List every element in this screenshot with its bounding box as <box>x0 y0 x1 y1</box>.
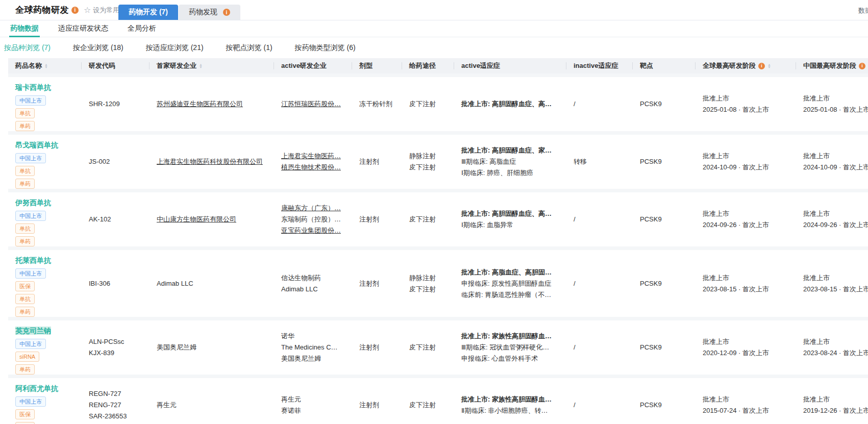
col-first-developer[interactable]: 首家研发企业 ▲▼ <box>150 58 274 73</box>
rd-code: ALN-PCSsc <box>89 336 150 347</box>
stage-name: 批准上市 <box>803 272 868 284</box>
stage-date: 2024-10-09 · 首次上市 <box>803 162 868 173</box>
active-developer-link[interactable]: 江苏恒瑞医药股份… <box>281 98 341 110</box>
tab-info-icon[interactable]: i <box>223 9 230 16</box>
route: 皮下注射 <box>409 342 454 353</box>
route: 皮下注射 <box>409 98 454 110</box>
cell-inactive-indication: / <box>566 278 633 289</box>
browse-by-company[interactable]: 按企业浏览 (18) <box>73 43 123 53</box>
info-icon[interactable]: i <box>859 63 865 69</box>
indication-line: Ⅰ期临床: 肺癌、肝细胞癌 <box>461 167 566 179</box>
inactive-indication: / <box>574 98 633 110</box>
cell-target: PCSK9 <box>633 278 696 289</box>
rd-code: KJX-839 <box>89 347 150 359</box>
drug-name-link[interactable]: 瑞卡西单抗 <box>15 83 51 91</box>
drug-tag: 单药 <box>15 121 35 131</box>
browse-by-drug-type[interactable]: 按药物类型浏览 (6) <box>295 43 356 53</box>
title-area: 全球药物研发 i ☆ 设为常用库 <box>15 4 126 16</box>
dosage-form: 注射剂 <box>359 400 402 411</box>
rd-code: REGN-727 <box>89 388 150 400</box>
top-right-label[interactable]: 数据 <box>858 6 868 15</box>
cell-global-stage: 批准上市2024-09-26 · 首次上市 <box>696 208 796 231</box>
active-developer: Adimab LLC <box>281 284 352 295</box>
tab-drug-discovery[interactable]: 药物发现 i <box>179 5 240 20</box>
table-header: 药品名称 ▲▼ 研发代码 首家研发企业 ▲▼ active研发企业 剂型 给药途… <box>8 58 868 73</box>
active-developer-link[interactable]: 康融东方（广东）… <box>281 203 341 214</box>
stage-name: 批准上市 <box>803 336 868 347</box>
drug-tag: 单抗 <box>15 108 35 118</box>
cell-active-developer: 上海君实生物医药…植恩生物技术股份… <box>274 151 352 173</box>
subtab-global-analysis[interactable]: 全局分析 <box>121 20 162 37</box>
drug-name-link[interactable]: 英克司兰钠 <box>15 327 51 335</box>
table-body: 瑞卡西单抗中国上市单抗单药SHR-1209苏州盛迪亚生物医药有限公司江苏恒瑞医药… <box>8 73 868 424</box>
cell-target: PCSK9 <box>633 214 696 225</box>
drug-name-link[interactable]: 伊努西单抗 <box>15 198 51 207</box>
cell-dosage-form: 注射剂 <box>352 342 402 353</box>
col-global-stage[interactable]: 全球最高研发阶段 i ▲▼ <box>696 58 796 73</box>
stage-name: 批准上市 <box>703 272 796 284</box>
cell-active-indication: 批准上市: 高脂血症、高胆固…申报临床: 原发性高胆固醇血症临床前: 胃肠道恶性… <box>454 267 566 301</box>
table-row: 阿利西尤单抗中国上市医保单抗REGN-727RENG-727SAR-236553… <box>8 378 868 424</box>
col-target: 靶点 <box>633 58 696 73</box>
drug-tags: 中国上市单抗单药 <box>15 95 82 131</box>
cell-inactive-indication: / <box>566 214 633 225</box>
browse-by-target[interactable]: 按靶点浏览 (1) <box>226 43 272 53</box>
inactive-indication: 转移 <box>574 156 633 167</box>
rd-code: SHR-1209 <box>89 98 150 110</box>
rd-code: SAR-236553 <box>89 411 150 422</box>
cell-china-stage: 批准上市2023-08-24 · 首次上市 <box>796 336 868 359</box>
browse-by-variety[interactable]: 按品种浏览 (7) <box>4 43 51 53</box>
stage-name: 批准上市 <box>803 151 868 162</box>
first-developer-link[interactable]: 上海君实生物医药科技股份有限公司 <box>157 156 263 167</box>
browse-by-indication[interactable]: 按适应症浏览 (21) <box>146 43 204 53</box>
tab-drug-development[interactable]: 药物开发 (7) <box>118 5 178 20</box>
active-developer-link[interactable]: 植恩生物技术股份… <box>281 162 341 173</box>
col-drug-name[interactable]: 药品名称 ▲▼ <box>8 58 82 73</box>
active-developer-link[interactable]: 上海君实生物医药… <box>281 151 341 162</box>
col-label: inactive适应症 <box>574 61 618 70</box>
active-developer: 再生元 <box>281 394 352 405</box>
table-row: 昂戈瑞西单抗中国上市单抗单药JS-002上海君实生物医药科技股份有限公司上海君实… <box>8 135 868 189</box>
drug-tag: 医保 <box>15 281 35 291</box>
subtab-indication-status[interactable]: 适应症研发状态 <box>52 20 114 37</box>
first-developer-link[interactable]: 中山康方生物医药有限公司 <box>157 214 236 225</box>
sort-icon[interactable]: ▲▼ <box>767 63 771 68</box>
info-icon[interactable]: i <box>758 63 765 69</box>
sort-icon[interactable]: ▲▼ <box>44 63 48 68</box>
cell-first-developer: 上海君实生物医药科技股份有限公司 <box>150 156 274 167</box>
cell-active-developer: 信达生物制药Adimab LLC <box>274 272 352 295</box>
cell-global-stage: 批准上市2015-07-24 · 首次上市 <box>696 394 796 416</box>
sort-icon[interactable]: ▲▼ <box>199 63 203 68</box>
dosage-form: 注射剂 <box>359 214 402 225</box>
cell-target: PCSK9 <box>633 342 696 353</box>
table-row: 伊努西单抗中国上市单抗单药AK-102中山康方生物医药有限公司康融东方（广东）…… <box>8 192 868 246</box>
cell-global-stage: 批准上市2025-01-08 · 首次上市 <box>696 93 796 115</box>
cell-drug-name: 伊努西单抗中国上市单抗单药 <box>8 192 82 246</box>
cell-active-indication: 批准上市: 高胆固醇血症、家…Ⅲ期临床: 高脂血症Ⅰ期临床: 肺癌、肝细胞癌 <box>454 145 566 179</box>
title-info-icon[interactable]: i <box>71 7 79 14</box>
drug-name-link[interactable]: 昂戈瑞西单抗 <box>15 141 58 149</box>
subtab-drug-data[interactable]: 药物数据 <box>4 20 45 37</box>
favorite-star-icon[interactable]: ☆ <box>84 6 91 14</box>
col-active-developer: active研发企业 <box>274 58 352 73</box>
cell-active-developer: 诺华The Medicines C…美国奥尼兰姆 <box>274 331 352 364</box>
target-name: PCSK9 <box>640 156 696 167</box>
cell-route: 静脉注射皮下注射 <box>402 151 454 173</box>
rd-code: IBI-306 <box>89 278 150 289</box>
dosage-form: 注射剂 <box>359 342 402 353</box>
target-name: PCSK9 <box>640 400 696 411</box>
cell-inactive-indication: / <box>566 98 633 110</box>
cell-route: 皮下注射 <box>402 214 454 225</box>
col-active-indication: active适应症 <box>454 58 566 73</box>
active-developer-link[interactable]: 亚宝药业集团股份… <box>281 225 341 236</box>
drug-name-link[interactable]: 阿利西尤单抗 <box>15 384 58 392</box>
drug-name-link[interactable]: 托莱西单抗 <box>15 256 51 264</box>
drug-tags: 中国上市siRNA单药 <box>15 339 82 375</box>
first-developer-link[interactable]: 苏州盛迪亚生物医药有限公司 <box>157 98 243 110</box>
indication-line: 申报临床: 原发性高胆固醇血症 <box>461 278 566 289</box>
drug-tag: 中国上市 <box>15 211 46 221</box>
indication-line: 批准上市: 高脂血症、高胆固… <box>461 267 566 278</box>
indication-line: Ⅰ期临床: 血脂异常 <box>461 219 566 231</box>
browse-row: 按品种浏览 (7) 按企业浏览 (18) 按适应症浏览 (21) 按靶点浏览 (… <box>0 37 868 58</box>
stage-date: 2020-12-09 · 首次上市 <box>703 347 796 359</box>
